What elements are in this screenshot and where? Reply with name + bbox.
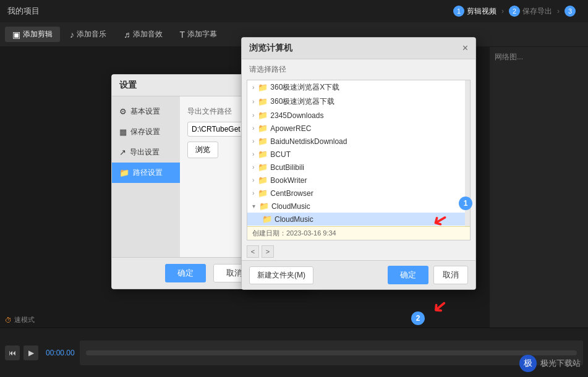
timeline-controls: ⏮ ▶ [5, 345, 38, 360]
nav-path[interactable]: 📁 路径设置 [112, 163, 180, 183]
top-bar: 我的项目 1 剪辑视频 › 2 保存导出 › 3 [0, 0, 588, 22]
watermark-logo: 极 [519, 355, 537, 372]
clip-icon: ▣ [12, 30, 20, 40]
speed-mode: ⏱ 速模式 [5, 315, 35, 324]
tree-item[interactable]: ›📁 BCUT [247, 148, 470, 161]
browse-button[interactable]: 浏览 [187, 142, 218, 158]
browser-tree[interactable]: ›📁 360极速浏览器X下载›📁 360极速浏览器下载›📁 2345Downlo… [247, 80, 471, 240]
browser-dialog: 浏览计算机 × 请选择路径 ›📁 360极速浏览器X下载›📁 360极速浏览器下… [241, 37, 476, 290]
step-1: 1 剪辑视频 [453, 6, 496, 17]
right-panel: 网络图... [489, 47, 588, 328]
app-title: 我的项目 [7, 6, 40, 17]
settings-confirm-btn[interactable]: 确定 [165, 264, 206, 282]
sfx-icon: ♬ [124, 30, 130, 40]
tab-clip[interactable]: ▣ 添加剪辑 [5, 27, 60, 42]
browser-footer: 新建文件夹(M) 确定 取消 [242, 260, 475, 289]
nav-save[interactable]: ▦ 保存设置 [112, 122, 180, 142]
nav-left-btn[interactable]: < [247, 245, 259, 258]
tree-item[interactable]: ›📁 ApowerREC [247, 122, 470, 135]
tree-item[interactable]: ›📁 BaiduNetdiskDownload [247, 135, 470, 148]
tab-music[interactable]: ♪ 添加音乐 [62, 27, 114, 42]
tree-item[interactable]: 📁 CloudMusic [247, 213, 470, 226]
new-folder-btn[interactable]: 新建文件夹(M) [249, 266, 313, 284]
nav-export[interactable]: ↗ 导出设置 [112, 142, 180, 163]
timeline-track [80, 341, 583, 365]
browser-close-btn[interactable]: × [462, 43, 468, 54]
tree-item[interactable]: ›📁 2345Downloads [247, 109, 470, 122]
tree-tooltip: 创建日期：2023-03-16 9:34 [247, 226, 470, 240]
nav-basic[interactable]: ⚙ 基本设置 [112, 101, 180, 122]
watermark-text: 极光下载站 [540, 358, 581, 369]
timeline-bar [86, 350, 577, 355]
browser-title: 浏览计算机 [249, 43, 292, 54]
step-1-circle: 1 [453, 6, 464, 17]
text-icon: T [180, 30, 185, 40]
timeline-play-btn[interactable]: ▶ [23, 345, 38, 360]
step-arrow-1: › [501, 7, 504, 15]
export-icon: ↗ [119, 148, 126, 157]
step-3-circle: 3 [565, 6, 576, 17]
browser-footer-btns: 确定 取消 [388, 266, 468, 284]
browser-title-bar: 浏览计算机 × [242, 38, 475, 59]
step-bar: 1 剪辑视频 › 2 保存导出 › 3 [453, 0, 588, 22]
tree-item[interactable]: ›📁 CentBrowser [247, 187, 470, 200]
browser-subtitle: 请选择路径 [242, 59, 475, 77]
tab-sfx[interactable]: ♬ 添加音效 [116, 27, 170, 42]
browser-nav: < > [242, 243, 475, 260]
basic-icon: ⚙ [119, 107, 127, 116]
browser-cancel-btn[interactable]: 取消 [433, 266, 468, 284]
timeline-area: ⏮ ▶ 00:00.00 [0, 328, 588, 377]
step-2-circle: 2 [509, 6, 520, 17]
watermark: 极 极光下载站 [519, 355, 581, 372]
tree-item[interactable]: ›📁 360极速浏览器X下载 [247, 80, 470, 95]
settings-sidebar: ⚙ 基本设置 ▦ 保存设置 ↗ 导出设置 📁 路径设置 [112, 96, 180, 257]
timeline-time: 00:00.00 [46, 349, 75, 357]
nav-right-btn[interactable]: > [262, 245, 274, 258]
tree-item[interactable]: ›📁 BookWriter [247, 174, 470, 187]
path-icon: 📁 [119, 168, 129, 177]
step-2: 2 保存导出 [509, 6, 552, 17]
browser-ok-btn[interactable]: 确定 [388, 266, 428, 284]
tree-scrollbar[interactable] [465, 80, 470, 240]
tab-text[interactable]: T 添加字幕 [173, 27, 225, 42]
music-icon: ♪ [70, 30, 74, 40]
save-icon: ▦ [119, 127, 127, 137]
tree-item[interactable]: ›📁 BcutBilibili [247, 161, 470, 174]
tree-item[interactable]: ▾📁 CloudMusic [247, 200, 470, 213]
step-3: 3 [565, 6, 576, 17]
tree-item[interactable]: ›📁 360极速浏览器下载 [247, 95, 470, 109]
timeline-prev-btn[interactable]: ⏮ [5, 345, 20, 360]
step-arrow-2: › [557, 7, 560, 15]
